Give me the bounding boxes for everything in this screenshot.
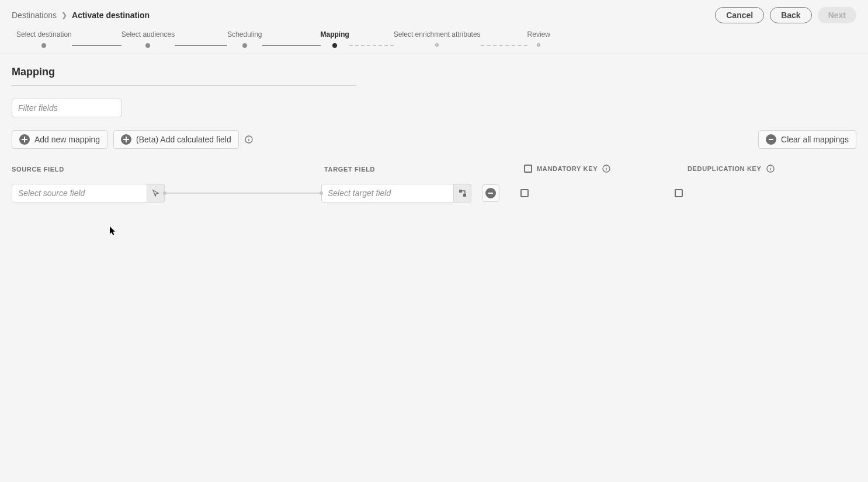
svg-rect-3 <box>769 139 773 140</box>
breadcrumb: Destinations ❯ Activate destination <box>12 11 150 20</box>
next-button: Next <box>818 7 856 23</box>
mandatory-key-header: MANDATORY KEY <box>537 165 598 172</box>
map-icon <box>459 189 467 197</box>
step-enrichment[interactable]: Select enrichment attributes <box>394 30 481 47</box>
svg-point-9 <box>770 166 770 167</box>
svg-rect-10 <box>459 190 462 193</box>
clear-all-button[interactable]: Clear all mappings <box>758 130 856 149</box>
step-line <box>481 45 527 46</box>
dedup-key-header: DEDUPLICATION KEY <box>688 165 762 172</box>
step-dot-icon <box>332 43 337 48</box>
step-mapping[interactable]: Mapping <box>321 30 349 48</box>
source-field-input[interactable] <box>12 184 147 202</box>
connector-line <box>165 193 321 194</box>
add-calculated-label: (Beta) Add calculated field <box>136 135 231 144</box>
breadcrumb-root[interactable]: Destinations <box>12 11 57 20</box>
cancel-button[interactable]: Cancel <box>715 7 764 23</box>
plus-circle-icon <box>121 134 131 145</box>
target-field-input[interactable] <box>321 184 454 202</box>
clear-all-label: Clear all mappings <box>781 135 849 144</box>
add-mapping-button[interactable]: Add new mapping <box>12 130 107 149</box>
stepper: Select destination Select audiences Sche… <box>12 30 856 54</box>
step-label: Select destination <box>16 30 72 39</box>
minus-circle-icon <box>485 188 496 198</box>
target-field-header: TARGET FIELD <box>324 166 375 173</box>
add-mapping-label: Add new mapping <box>34 135 100 144</box>
step-select-audiences[interactable]: Select audiences <box>121 30 175 48</box>
mandatory-checkbox[interactable] <box>520 189 529 197</box>
source-field-picker-button[interactable] <box>147 184 165 202</box>
step-label: Review <box>527 30 550 39</box>
step-line <box>175 45 227 46</box>
step-scheduling[interactable]: Scheduling <box>227 30 262 48</box>
step-dot-icon <box>41 43 46 48</box>
info-icon[interactable] <box>602 165 610 173</box>
mapping-row <box>12 184 856 202</box>
info-icon[interactable] <box>245 135 253 144</box>
back-button[interactable]: Back <box>770 7 811 23</box>
step-dot-icon <box>537 43 540 47</box>
step-label: Select enrichment attributes <box>394 30 481 39</box>
breadcrumb-current: Activate destination <box>72 11 150 20</box>
mandatory-header-checkbox[interactable] <box>524 165 532 173</box>
dedup-checkbox[interactable] <box>675 189 683 197</box>
source-field-header: SOURCE FIELD <box>12 166 64 173</box>
info-icon[interactable] <box>766 165 775 173</box>
minus-circle-icon <box>766 134 776 145</box>
add-calculated-button[interactable]: (Beta) Add calculated field <box>113 130 239 149</box>
step-dot-icon <box>242 43 247 48</box>
step-dot-icon <box>435 43 439 47</box>
svg-point-6 <box>606 166 607 167</box>
plus-circle-icon <box>19 134 30 145</box>
svg-point-2 <box>248 137 249 138</box>
divider <box>12 85 356 86</box>
step-line <box>72 45 121 46</box>
step-line <box>262 45 321 46</box>
step-select-destination[interactable]: Select destination <box>16 30 72 48</box>
svg-rect-11 <box>463 194 466 197</box>
step-label: Mapping <box>321 30 349 39</box>
page-title: Mapping <box>12 66 856 78</box>
step-label: Scheduling <box>227 30 262 39</box>
mouse-cursor-icon <box>110 226 117 236</box>
target-field-picker-button[interactable] <box>454 184 471 202</box>
svg-rect-12 <box>488 193 493 194</box>
step-review[interactable]: Review <box>527 30 550 47</box>
filter-fields-input[interactable] <box>12 99 121 117</box>
cursor-icon <box>152 189 160 197</box>
remove-mapping-button[interactable] <box>482 184 499 202</box>
step-line <box>349 45 394 46</box>
step-dot-icon <box>145 43 150 48</box>
chevron-right-icon: ❯ <box>61 11 67 19</box>
step-label: Select audiences <box>121 30 175 39</box>
